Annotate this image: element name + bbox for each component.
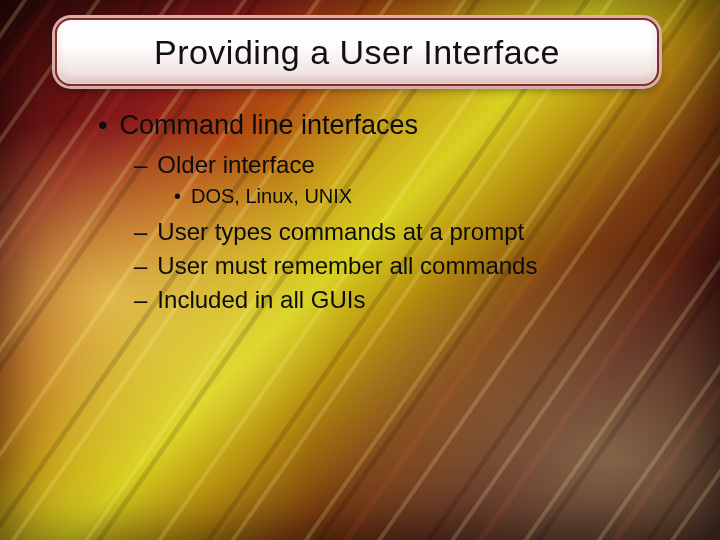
slide: Providing a User Interface • Command lin… (0, 0, 720, 540)
dash-icon: – (134, 151, 147, 179)
bullet-level2: – Included in all GUIs (134, 286, 658, 314)
bullet-text: Included in all GUIs (157, 286, 658, 314)
dash-icon: – (134, 218, 147, 246)
bullet-dot-icon: • (98, 110, 107, 141)
dash-icon: – (134, 252, 147, 280)
bullet-text: User must remember all commands (157, 252, 658, 280)
dash-icon: – (134, 286, 147, 314)
bullet-text: Older interface (157, 151, 658, 179)
bullet-level2: – User types commands at a prompt (134, 218, 658, 246)
slide-body: • Command line interfaces – Older interf… (98, 110, 658, 320)
bullet-text: Command line interfaces (119, 110, 658, 141)
bullet-text: User types commands at a prompt (157, 218, 658, 246)
title-box: Providing a User Interface (55, 18, 659, 86)
bullet-level1: • Command line interfaces (98, 110, 658, 141)
bullet-text: DOS, Linux, UNIX (191, 185, 658, 208)
bullet-level2: – User must remember all commands (134, 252, 658, 280)
slide-title: Providing a User Interface (154, 33, 560, 72)
bullet-level2: – Older interface (134, 151, 658, 179)
bullet-dot-icon: • (174, 185, 181, 208)
bullet-level3: • DOS, Linux, UNIX (174, 185, 658, 208)
